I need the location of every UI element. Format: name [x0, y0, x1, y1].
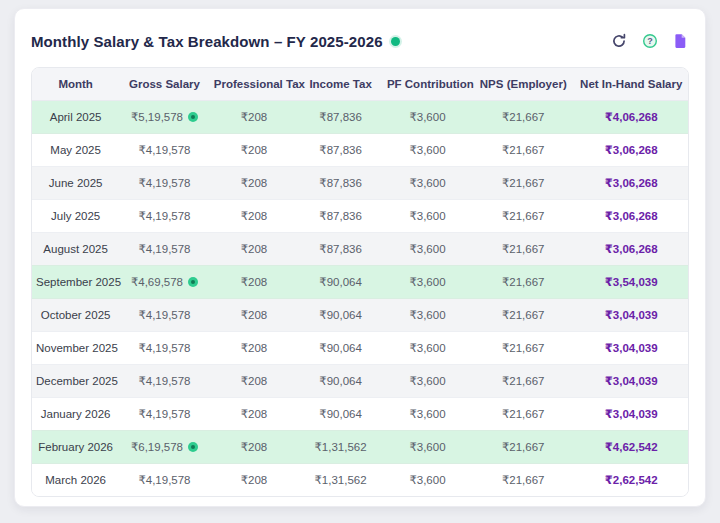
card-header: Monthly Salary & Tax Breakdown – FY 2025… [31, 29, 689, 53]
gross-salary-cell: ₹4,19,578 [119, 232, 210, 265]
income-tax-cell: ₹1,31,562 [298, 430, 383, 463]
refresh-icon [611, 33, 627, 49]
gross-salary-value: ₹4,19,578 [138, 474, 190, 486]
income-tax-cell: ₹90,064 [298, 298, 383, 331]
gross-salary-cell: ₹5,19,578 [119, 100, 210, 133]
month-cell: December 2025 [32, 364, 119, 397]
month-cell: August 2025 [32, 232, 119, 265]
pf-contribution-cell: ₹3,600 [383, 463, 472, 496]
table-row: March 2026 ₹4,19,578 ₹208 ₹1,31,562 ₹3,6… [32, 463, 688, 496]
header-actions: ? [610, 32, 689, 50]
page-title: Monthly Salary & Tax Breakdown – FY 2025… [31, 33, 383, 50]
professional-tax-cell: ₹208 [210, 133, 299, 166]
gross-salary-value: ₹4,69,578 [131, 276, 183, 288]
gross-salary-value: ₹4,19,578 [138, 408, 190, 420]
pf-contribution-cell: ₹3,600 [383, 331, 472, 364]
professional-tax-cell: ₹208 [210, 298, 299, 331]
net-salary-cell: ₹2,62,542 [574, 463, 688, 496]
pf-contribution-cell: ₹3,600 [383, 298, 472, 331]
help-icon: ? [642, 33, 658, 49]
table-row: October 2025 ₹4,19,578 ₹208 ₹90,064 ₹3,6… [32, 298, 688, 331]
bonus-indicator-icon[interactable] [188, 277, 198, 287]
bonus-indicator-icon[interactable] [188, 112, 198, 122]
column-header-professional-tax: Professional Tax [210, 68, 299, 100]
professional-tax-cell: ₹208 [210, 166, 299, 199]
net-salary-cell: ₹3,04,039 [574, 397, 688, 430]
income-tax-cell: ₹90,064 [298, 364, 383, 397]
professional-tax-cell: ₹208 [210, 199, 299, 232]
professional-tax-cell: ₹208 [210, 265, 299, 298]
professional-tax-cell: ₹208 [210, 364, 299, 397]
month-cell: February 2026 [32, 430, 119, 463]
net-salary-cell: ₹3,04,039 [574, 331, 688, 364]
gross-salary-cell: ₹4,69,578 [119, 265, 210, 298]
nps-employer-cell: ₹21,667 [472, 397, 574, 430]
net-salary-cell: ₹3,04,039 [574, 298, 688, 331]
salary-table: Month Gross Salary Professional Tax Inco… [32, 68, 688, 496]
income-tax-cell: ₹87,836 [298, 100, 383, 133]
gross-salary-value: ₹5,19,578 [131, 111, 183, 123]
pf-contribution-cell: ₹3,600 [383, 166, 472, 199]
pf-contribution-cell: ₹3,600 [383, 430, 472, 463]
gross-salary-cell: ₹4,19,578 [119, 364, 210, 397]
month-cell: November 2025 [32, 331, 119, 364]
help-button[interactable]: ? [641, 32, 659, 50]
table-row: June 2025 ₹4,19,578 ₹208 ₹87,836 ₹3,600 … [32, 166, 688, 199]
nps-employer-cell: ₹21,667 [472, 166, 574, 199]
gross-salary-value: ₹4,19,578 [138, 342, 190, 354]
month-cell: March 2026 [32, 463, 119, 496]
gross-salary-cell: ₹4,19,578 [119, 463, 210, 496]
table-row: September 2025 ₹4,69,578 ₹208 ₹90,064 ₹3… [32, 265, 688, 298]
income-tax-cell: ₹90,064 [298, 331, 383, 364]
month-cell: April 2025 [32, 100, 119, 133]
nps-employer-cell: ₹21,667 [472, 298, 574, 331]
income-tax-cell: ₹87,836 [298, 166, 383, 199]
income-tax-cell: ₹87,836 [298, 232, 383, 265]
column-header-pf-contribution: PF Contribution [383, 68, 472, 100]
professional-tax-cell: ₹208 [210, 430, 299, 463]
month-cell: September 2025 [32, 265, 119, 298]
month-cell: June 2025 [32, 166, 119, 199]
table-row: December 2025 ₹4,19,578 ₹208 ₹90,064 ₹3,… [32, 364, 688, 397]
pf-contribution-cell: ₹3,600 [383, 265, 472, 298]
nps-employer-cell: ₹21,667 [472, 100, 574, 133]
gross-salary-cell: ₹4,19,578 [119, 331, 210, 364]
svg-text:?: ? [647, 36, 653, 46]
income-tax-cell: ₹87,836 [298, 133, 383, 166]
table-row: May 2025 ₹4,19,578 ₹208 ₹87,836 ₹3,600 ₹… [32, 133, 688, 166]
professional-tax-cell: ₹208 [210, 463, 299, 496]
status-dot-icon [391, 37, 400, 46]
table-row: February 2026 ₹6,19,578 ₹208 ₹1,31,562 ₹… [32, 430, 688, 463]
nps-employer-cell: ₹21,667 [472, 133, 574, 166]
professional-tax-cell: ₹208 [210, 100, 299, 133]
professional-tax-cell: ₹208 [210, 331, 299, 364]
refresh-button[interactable] [610, 32, 628, 50]
bonus-indicator-icon[interactable] [188, 442, 198, 452]
nps-employer-cell: ₹21,667 [472, 430, 574, 463]
pf-contribution-cell: ₹3,600 [383, 397, 472, 430]
income-tax-cell: ₹90,064 [298, 265, 383, 298]
pf-contribution-cell: ₹3,600 [383, 100, 472, 133]
document-button[interactable] [672, 32, 689, 50]
nps-employer-cell: ₹21,667 [472, 331, 574, 364]
gross-salary-cell: ₹6,19,578 [119, 430, 210, 463]
column-header-month: Month [32, 68, 119, 100]
net-salary-cell: ₹3,06,268 [574, 133, 688, 166]
net-salary-cell: ₹3,04,039 [574, 364, 688, 397]
income-tax-cell: ₹1,31,562 [298, 463, 383, 496]
pf-contribution-cell: ₹3,600 [383, 199, 472, 232]
net-salary-cell: ₹4,06,268 [574, 100, 688, 133]
title-wrap: Monthly Salary & Tax Breakdown – FY 2025… [31, 33, 400, 50]
table-row: November 2025 ₹4,19,578 ₹208 ₹90,064 ₹3,… [32, 331, 688, 364]
gross-salary-cell: ₹4,19,578 [119, 166, 210, 199]
nps-employer-cell: ₹21,667 [472, 232, 574, 265]
pf-contribution-cell: ₹3,600 [383, 133, 472, 166]
gross-salary-cell: ₹4,19,578 [119, 298, 210, 331]
column-header-nps-employer: NPS (Employer) [472, 68, 574, 100]
net-salary-cell: ₹3,06,268 [574, 199, 688, 232]
nps-employer-cell: ₹21,667 [472, 364, 574, 397]
gross-salary-value: ₹4,19,578 [138, 309, 190, 321]
table-row: January 2026 ₹4,19,578 ₹208 ₹90,064 ₹3,6… [32, 397, 688, 430]
net-salary-cell: ₹3,06,268 [574, 232, 688, 265]
income-tax-cell: ₹87,836 [298, 199, 383, 232]
